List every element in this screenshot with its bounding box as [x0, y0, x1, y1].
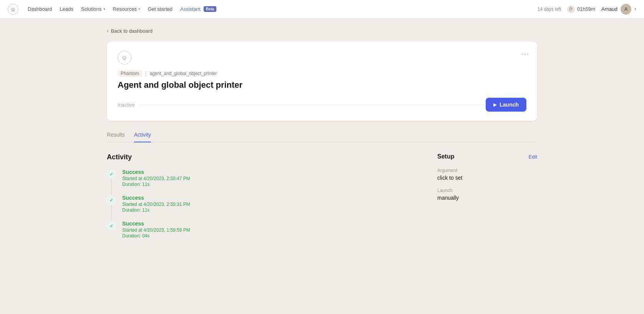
back-arrow-icon: ‹ [107, 28, 109, 34]
success-icon: ✓ [107, 195, 116, 205]
logo-icon: ☺ [10, 6, 16, 12]
card-footer: Inactive ▶ Launch [118, 98, 526, 112]
days-left-label: 14 days left [538, 7, 561, 12]
activity-section-title: Activity [107, 153, 419, 161]
argument-label: Argument [437, 168, 537, 173]
tabs: Results Activity [107, 132, 537, 142]
activity-status: Success [122, 195, 419, 201]
nav-get-started[interactable]: Get started [148, 6, 173, 12]
activity-duration: Duration: 04s [122, 233, 419, 239]
beta-badge: Beta [204, 6, 217, 12]
activity-started: Started at 4/20/2023, 2:50:31 PM [122, 202, 419, 207]
nav-links: Dashboard Leads Solutions ▾ Resources ▾ … [28, 6, 528, 12]
chevron-down-icon: ▾ [138, 7, 140, 11]
list-item: ✓ Success Started at 4/20/2023, 2:50:47 … [107, 169, 419, 195]
nav-solutions[interactable]: Solutions ▾ [81, 6, 105, 12]
setup-panel: Setup Edit Argument click to set Launch … [437, 153, 537, 246]
nav-resources[interactable]: Resources ▾ [113, 6, 140, 12]
breadcrumb: Phantom | agent_and_global_object_printe… [118, 70, 526, 77]
timer-display: ⏱ 01h59m [567, 5, 595, 13]
nav-assistant[interactable]: Assistant Beta [180, 6, 216, 12]
argument-value[interactable]: click to set [437, 175, 537, 181]
setup-header: Setup Edit [437, 153, 537, 160]
success-icon: ✓ [107, 170, 116, 179]
back-to-dashboard-link[interactable]: ‹ Back to dashboard [107, 28, 537, 34]
user-chevron-icon: ▾ [634, 7, 636, 11]
nav-leads[interactable]: Leads [60, 6, 73, 12]
activity-info: Success Started at 4/20/2023, 1:59:59 PM… [122, 220, 419, 239]
nav-right: 14 days left ⏱ 01h59m Arnaud A ▾ [538, 4, 636, 15]
activity-info: Success Started at 4/20/2023, 2:50:31 PM… [122, 195, 419, 213]
user-menu[interactable]: Arnaud A ▾ [601, 4, 636, 15]
setup-launch-field: Launch manually [437, 188, 537, 201]
activity-started: Started at 4/20/2023, 1:59:59 PM [122, 227, 419, 233]
timer-value: 01h59m [577, 6, 595, 12]
card-menu-button[interactable]: ... [521, 48, 529, 57]
status-label: Inactive [118, 102, 135, 108]
play-icon: ▶ [493, 102, 496, 107]
breadcrumb-phantom: Phantom [118, 70, 142, 77]
activity-status: Success [122, 220, 419, 227]
back-to-dashboard-label: Back to dashboard [111, 28, 153, 34]
launch-label: Launch [500, 102, 519, 108]
list-item: ✓ Success Started at 4/20/2023, 1:59:59 … [107, 220, 419, 246]
launch-field-value: manually [437, 195, 537, 201]
activity-duration: Duration: 11s [122, 182, 419, 187]
activity-status: Success [122, 169, 419, 175]
tab-results[interactable]: Results [107, 132, 125, 142]
activity-info: Success Started at 4/20/2023, 2:50:47 PM… [122, 169, 419, 187]
launch-button[interactable]: ▶ Launch [486, 98, 526, 112]
timer-icon: ⏱ [567, 5, 575, 13]
status-line [139, 105, 485, 105]
nav-dashboard[interactable]: Dashboard [28, 6, 52, 12]
setup-title: Setup [437, 153, 454, 160]
chevron-down-icon: ▾ [103, 7, 105, 11]
top-navigation: ☺ Dashboard Leads Solutions ▾ Resources … [0, 0, 644, 18]
activity-duration: Duration: 11s [122, 207, 419, 213]
phantom-card: ... ☺ Phantom | agent_and_global_object_… [107, 42, 537, 121]
breadcrumb-separator: | [145, 70, 147, 77]
main-content: ‹ Back to dashboard ... ☺ Phantom | agen… [91, 18, 553, 256]
activity-started: Started at 4/20/2023, 2:50:47 PM [122, 176, 419, 181]
success-icon: ✓ [107, 221, 116, 230]
status-row: Inactive [118, 102, 485, 108]
launch-field-label: Launch [437, 188, 537, 193]
phantom-title: Agent and global object printer [118, 80, 526, 90]
list-item: ✓ Success Started at 4/20/2023, 2:50:31 … [107, 195, 419, 220]
phantom-icon: ☺ [118, 51, 131, 65]
breadcrumb-slug: agent_and_global_object_printer [150, 71, 217, 76]
edit-link[interactable]: Edit [529, 154, 537, 160]
app-logo[interactable]: ☺ [8, 4, 18, 15]
activity-section: Activity ✓ Success Started at 4/20/2023,… [107, 153, 537, 246]
setup-argument-field: Argument click to set [437, 168, 537, 181]
activity-left: Activity ✓ Success Started at 4/20/2023,… [107, 153, 419, 246]
tab-activity[interactable]: Activity [134, 132, 151, 142]
activity-list: ✓ Success Started at 4/20/2023, 2:50:47 … [107, 169, 419, 246]
avatar: A [621, 4, 631, 15]
user-name: Arnaud [601, 6, 617, 12]
